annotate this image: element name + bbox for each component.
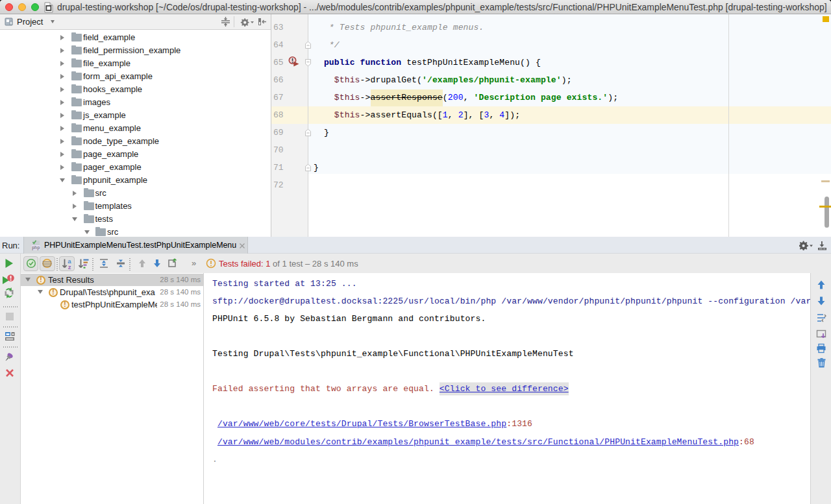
svg-text:php: php	[32, 245, 40, 250]
svg-text:z: z	[68, 263, 71, 270]
